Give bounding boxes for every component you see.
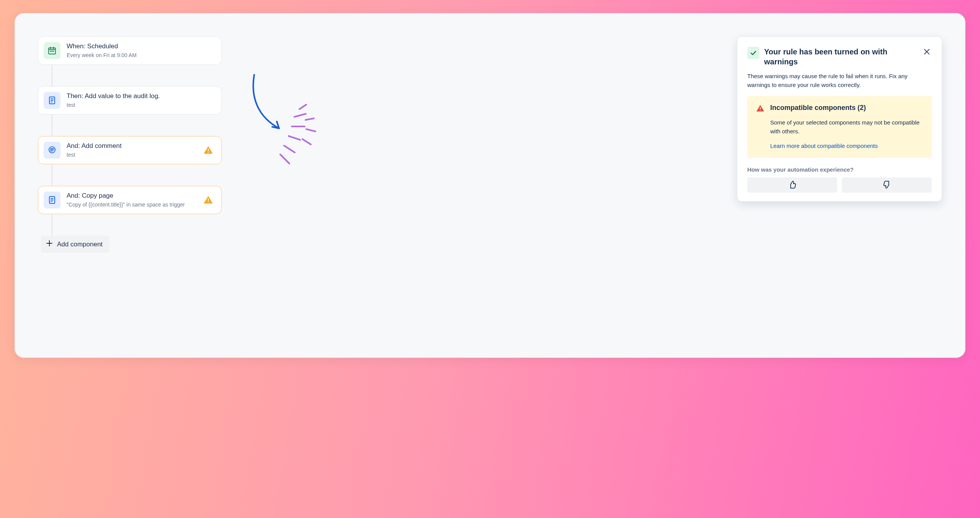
comment-icon xyxy=(44,142,60,159)
close-button[interactable] xyxy=(922,47,932,58)
svg-rect-10 xyxy=(208,202,209,202)
add-component-label: Add component xyxy=(57,241,103,248)
svg-rect-7 xyxy=(208,152,209,152)
feedback-thumbs-up-button[interactable] xyxy=(747,177,837,193)
automation-canvas: When: Scheduled Every week on Fri at 9:0… xyxy=(15,13,965,358)
node-title: And: Copy page xyxy=(67,192,197,200)
warning-icon xyxy=(203,195,214,205)
feedback-prompt: How was your automation experience? xyxy=(747,166,932,173)
svg-rect-6 xyxy=(208,149,209,151)
panel-title: Your rule has been turned on with warnin… xyxy=(764,47,917,67)
annotation-arrow xyxy=(243,71,342,170)
calendar-icon xyxy=(44,42,60,59)
node-subtitle: "Copy of {{content.title}}" in same spac… xyxy=(67,201,197,208)
node-subtitle: test xyxy=(67,151,197,159)
svg-rect-9 xyxy=(208,199,209,201)
warning-body: Some of your selected components may not… xyxy=(770,118,923,136)
action-node-copy-page[interactable]: And: Copy page "Copy of {{content.title}… xyxy=(38,186,222,214)
close-icon xyxy=(923,48,930,56)
thumbs-up-icon xyxy=(788,180,797,190)
action-node-add-comment[interactable]: And: Add comment test xyxy=(38,136,222,164)
check-icon xyxy=(747,47,760,59)
node-title: And: Add comment xyxy=(67,142,197,151)
add-component-button[interactable]: Add component xyxy=(41,236,109,253)
svg-rect-3 xyxy=(53,51,54,52)
svg-rect-12 xyxy=(760,110,761,111)
node-subtitle: Every week on Fri at 9:00 AM xyxy=(67,52,214,59)
flow-connector xyxy=(52,214,52,236)
svg-rect-11 xyxy=(760,107,761,109)
feedback-thumbs-down-button[interactable] xyxy=(842,177,932,193)
panel-description: These warnings may cause the rule to fai… xyxy=(747,72,932,89)
rule-saved-panel: Your rule has been turned on with warnin… xyxy=(737,36,942,202)
learn-more-link[interactable]: Learn more about compatible components xyxy=(770,143,878,149)
warning-box: Incompatible components (2) Some of your… xyxy=(747,96,932,158)
plus-icon xyxy=(46,239,53,249)
thumbs-down-icon xyxy=(883,180,891,190)
document-icon xyxy=(44,92,60,109)
node-subtitle: test xyxy=(67,102,214,109)
rule-flow: When: Scheduled Every week on Fri at 9:0… xyxy=(38,36,222,253)
svg-rect-2 xyxy=(52,51,53,52)
trigger-node-scheduled[interactable]: When: Scheduled Every week on Fri at 9:0… xyxy=(38,36,222,65)
warning-icon xyxy=(756,104,765,115)
warning-title: Incompatible components (2) xyxy=(770,104,866,112)
warning-icon xyxy=(203,145,214,156)
node-title: When: Scheduled xyxy=(67,42,214,51)
flow-connector xyxy=(52,115,52,136)
action-node-audit-log[interactable]: Then: Add value to the audit log. test xyxy=(38,86,222,115)
document-icon xyxy=(44,192,60,208)
flow-connector xyxy=(52,164,52,186)
node-title: Then: Add value to the audit log. xyxy=(67,92,214,101)
svg-rect-1 xyxy=(50,51,51,52)
flow-connector xyxy=(52,65,52,86)
